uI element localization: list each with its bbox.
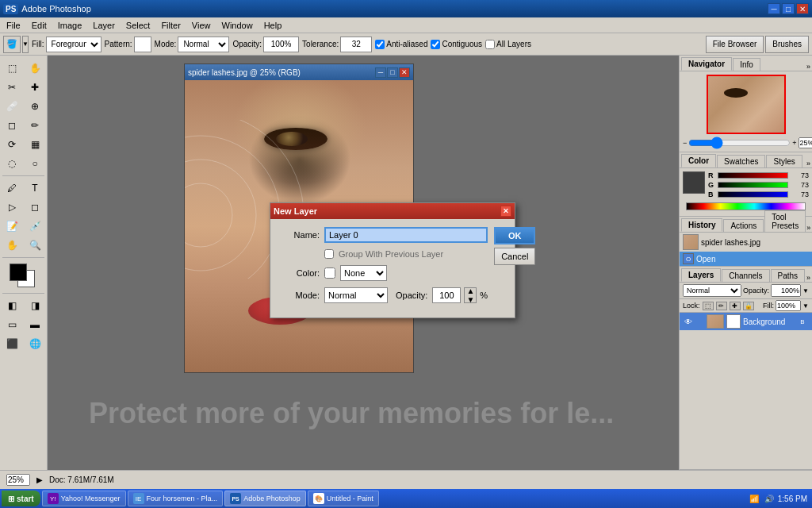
taskbar-paint-button[interactable]: 🎨 Untitled - Paint bbox=[308, 491, 379, 506]
image-maximize-button[interactable]: □ bbox=[387, 67, 398, 78]
image-minimize-button[interactable]: ─ bbox=[375, 67, 386, 78]
pattern-preview[interactable] bbox=[134, 37, 151, 52]
lock-transparent-icon[interactable]: ⬚ bbox=[703, 302, 714, 310]
paths-tab[interactable]: Paths bbox=[771, 269, 806, 282]
menu-layer[interactable]: Layer bbox=[88, 17, 120, 33]
zoom-input[interactable] bbox=[799, 137, 812, 148]
start-button[interactable]: ⊞ start bbox=[2, 491, 40, 506]
group-checkbox[interactable] bbox=[324, 249, 334, 259]
menu-filter[interactable]: Filter bbox=[156, 17, 185, 33]
mode-select[interactable]: Normal bbox=[178, 37, 229, 52]
opacity-arrow[interactable]: ▼ bbox=[802, 287, 809, 294]
quick-mask-std[interactable]: ◧ bbox=[2, 297, 22, 314]
history-arrow[interactable]: » bbox=[806, 224, 810, 232]
layers-arrow[interactable]: » bbox=[806, 274, 810, 282]
color-spectrum-bar[interactable] bbox=[686, 202, 806, 210]
move-tool[interactable]: ✚ bbox=[25, 79, 45, 96]
info-tab[interactable]: Info bbox=[733, 58, 760, 71]
maximize-button[interactable]: □ bbox=[782, 3, 795, 14]
minimize-button[interactable]: ─ bbox=[768, 3, 780, 14]
layers-tab[interactable]: Layers bbox=[681, 268, 721, 282]
marquee-tool[interactable]: ⬚ bbox=[2, 60, 22, 77]
taskbar-photoshop-button[interactable]: PS Adobe Photoshop bbox=[224, 491, 306, 506]
zoom-slider[interactable] bbox=[688, 139, 791, 147]
lock-all-icon[interactable]: 🔒 bbox=[743, 302, 754, 310]
channels-tab[interactable]: Channels bbox=[722, 269, 769, 282]
color-preview[interactable] bbox=[683, 171, 705, 194]
fill-value-input[interactable] bbox=[776, 300, 801, 311]
fg-bg-colors[interactable] bbox=[10, 264, 38, 287]
fill-select[interactable]: Foreground bbox=[46, 37, 102, 52]
opacity-input-dialog[interactable] bbox=[432, 287, 461, 303]
eraser-tool[interactable]: ◻ bbox=[2, 117, 22, 134]
lock-move-icon[interactable]: ✚ bbox=[730, 302, 741, 310]
history-brush-tool[interactable]: ⟳ bbox=[2, 136, 22, 153]
file-browser-button[interactable]: File Browser bbox=[706, 36, 764, 53]
close-button[interactable]: ✕ bbox=[796, 3, 809, 14]
shape-tool[interactable]: ◻ bbox=[25, 198, 45, 216]
dialog-mode-select[interactable]: Normal Dissolve Multiply Screen bbox=[324, 287, 388, 303]
menu-view[interactable]: View bbox=[187, 17, 216, 33]
menu-image[interactable]: Image bbox=[53, 17, 87, 33]
color-tab[interactable]: Color bbox=[681, 154, 716, 167]
imagready[interactable]: 🌐 bbox=[25, 335, 45, 352]
path-tool[interactable]: ▷ bbox=[2, 198, 22, 216]
zoom-tool[interactable]: 🔍 bbox=[25, 237, 45, 254]
gradient-tool[interactable]: ▦ bbox=[25, 136, 45, 153]
anti-aliased-checkbox[interactable] bbox=[375, 40, 385, 49]
eyedropper-tool[interactable]: 💉 bbox=[25, 217, 45, 235]
all-layers-checkbox[interactable] bbox=[485, 40, 495, 49]
status-arrow[interactable]: ▶ bbox=[36, 475, 43, 484]
navigator-tab[interactable]: Navigator bbox=[681, 57, 732, 71]
notes-tool[interactable]: 📝 bbox=[2, 217, 22, 235]
opacity-value-input[interactable] bbox=[771, 284, 801, 297]
image-close-button[interactable]: ✕ bbox=[399, 67, 410, 78]
zoom-out-icon[interactable]: − bbox=[683, 139, 687, 147]
tool-icon[interactable]: 🪣 bbox=[3, 36, 21, 53]
clone-tool[interactable]: ⊕ bbox=[25, 98, 45, 115]
name-input[interactable] bbox=[324, 227, 488, 243]
history-item-1[interactable]: O Open bbox=[680, 252, 812, 266]
foreground-color[interactable] bbox=[10, 264, 27, 281]
color-arrow[interactable]: » bbox=[806, 160, 810, 167]
actions-tab[interactable]: Actions bbox=[723, 219, 764, 232]
dodge-tool[interactable]: ○ bbox=[25, 155, 45, 172]
color-select[interactable]: None Red Orange Yellow Green Blue Violet… bbox=[340, 265, 387, 281]
layers-mode-select[interactable]: Normal bbox=[683, 284, 741, 297]
color-preview-checkbox[interactable] bbox=[324, 267, 335, 279]
blur-tool[interactable]: ◌ bbox=[2, 155, 22, 172]
zoom-in-icon[interactable]: + bbox=[792, 139, 796, 147]
quick-mask-edit[interactable]: ◨ bbox=[25, 297, 45, 314]
screen-mode-max[interactable]: ⬛ bbox=[2, 335, 22, 352]
tool-dropdown[interactable]: ▼ bbox=[22, 36, 29, 53]
tolerance-input[interactable] bbox=[340, 37, 372, 52]
screen-mode-std[interactable]: ▭ bbox=[2, 316, 22, 333]
menu-edit[interactable]: Edit bbox=[27, 17, 52, 33]
menu-window[interactable]: Window bbox=[217, 17, 258, 33]
type-tool[interactable]: T bbox=[25, 179, 45, 197]
brush-tool[interactable]: ✏ bbox=[25, 117, 45, 134]
opacity-stepper[interactable]: ▲▼ bbox=[464, 287, 477, 303]
healing-tool[interactable]: 🩹 bbox=[2, 98, 22, 115]
lasso-tool[interactable]: ✋ bbox=[25, 60, 45, 77]
hand-tool[interactable]: ✋ bbox=[2, 237, 22, 254]
menu-file[interactable]: File bbox=[2, 17, 25, 33]
contiguous-checkbox[interactable] bbox=[431, 40, 440, 49]
crop-tool[interactable]: ✂ bbox=[2, 79, 22, 96]
pen-tool[interactable]: 🖊 bbox=[2, 179, 22, 197]
menu-select[interactable]: Select bbox=[121, 17, 155, 33]
opacity-input[interactable] bbox=[263, 37, 299, 52]
layer-item-background[interactable]: 👁 Background B bbox=[680, 313, 812, 331]
ok-button[interactable]: OK bbox=[494, 227, 535, 244]
fill-arrow[interactable]: ▼ bbox=[802, 302, 809, 310]
taskbar-browser-button[interactable]: IE Four horsemen - Pla... bbox=[128, 491, 224, 506]
dialog-close-button[interactable]: ✕ bbox=[500, 206, 511, 217]
history-tab[interactable]: History bbox=[681, 218, 722, 232]
brushes-button[interactable]: Brushes bbox=[765, 36, 809, 53]
layer-visibility-icon[interactable]: 👁 bbox=[683, 316, 694, 327]
navigator-arrow[interactable]: » bbox=[806, 63, 810, 71]
screen-mode-full[interactable]: ▬ bbox=[25, 316, 45, 333]
taskbar-yahoo-button[interactable]: Y! Yahoo! Messenger bbox=[42, 491, 126, 506]
status-zoom-input[interactable] bbox=[6, 474, 30, 486]
lock-paint-icon[interactable]: ✏ bbox=[716, 302, 727, 310]
